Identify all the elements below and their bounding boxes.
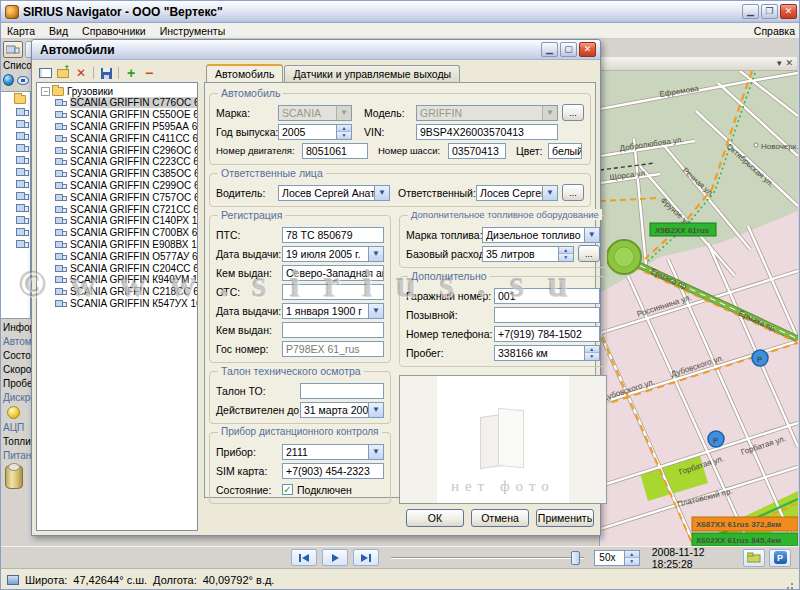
spinner-arrows-icon[interactable]: ▲▼ (336, 125, 351, 139)
minimize-button[interactable]: ▁ (742, 4, 759, 19)
skip-start-button[interactable] (291, 549, 317, 566)
issue-date2-combo[interactable]: 1 января 1900 г▼ (282, 303, 384, 319)
menu-vid[interactable]: Вид (49, 25, 68, 37)
tree-item[interactable]: SCANIA GRIFFIN К547УХ 161rus (39, 298, 197, 310)
tab-sensors[interactable]: Датчики и управляемые выходы (284, 65, 460, 82)
dialog-maximize-button[interactable]: ▢ (560, 42, 577, 57)
add-button[interactable]: + (124, 67, 138, 80)
menu-karta[interactable]: Карта (7, 25, 35, 37)
delete-button[interactable]: ✕ (74, 67, 88, 80)
chevron-down-icon: ▼ (542, 186, 557, 200)
sidebar-tree-fragment[interactable] (1, 91, 31, 319)
parking-button[interactable]: P (769, 549, 791, 567)
tree-item[interactable]: SCANIA GRIFFIN С218СС 61rus (39, 286, 197, 298)
valid-until-combo[interactable]: 31 марта 2009 г.▼ (300, 402, 384, 418)
track-label-orange[interactable]: Х687ХХ 61rus 372,8км (692, 517, 798, 531)
tree-item[interactable]: SCANIA GRIFFIN К940УМ 161rus (39, 274, 197, 286)
menu-spravka[interactable]: Справка (754, 25, 795, 37)
vin-field[interactable]: 9BSP4X26003570413 (416, 124, 558, 140)
dialog-minimize-button[interactable]: ▁ (541, 42, 558, 57)
parking-marker[interactable]: P (708, 431, 724, 447)
tree-item[interactable]: SCANIA GRIFFIN Р595АА 61rus (39, 121, 197, 133)
model-combo[interactable]: GRIFFIN▼ (416, 105, 558, 121)
tree-item[interactable]: SCANIA GRIFFIN С776ОС 61rus (39, 97, 197, 109)
map-canvas[interactable]: Ефремова Добролюбова ул. Щорса ул. Октяб… (600, 71, 798, 546)
tree-item[interactable]: SCANIA GRIFFIN С140РХ 161rus (39, 215, 197, 227)
issued-by-field[interactable]: Северо-Западная акцизная т (282, 265, 384, 281)
spinner-arrows-icon[interactable]: ▲▼ (624, 551, 639, 565)
eye-icon[interactable] (17, 76, 29, 85)
device-combo[interactable]: 2111▼ (282, 444, 384, 460)
issue-date-combo[interactable]: 19 июля 2005 г.▼ (282, 246, 384, 262)
collapse-icon[interactable]: − (41, 87, 50, 96)
plate-field[interactable]: Р798ЕХ 61_rus (282, 341, 384, 357)
remove-button[interactable]: − (142, 67, 156, 80)
year-spinner[interactable]: 2005▲▼ (278, 124, 352, 140)
menubar: Карта Вид Справочники Инструменты Справк… (1, 23, 800, 39)
tree-item[interactable]: SCANIA GRIFFIN Е908ВХ 161rus (39, 239, 197, 251)
tree-item[interactable]: SCANIA GRIFFIN С550ОЕ 61rus (39, 109, 197, 121)
cancel-button[interactable]: Отмена (471, 509, 529, 527)
spinner-arrows-icon[interactable]: ▲▼ (558, 247, 573, 261)
tree-item[interactable]: SCANIA GRIFFIN С721СС 61rus (39, 203, 197, 215)
spinner-arrows-icon[interactable]: ▲▼ (584, 346, 599, 360)
garage-field[interactable]: 001 (494, 288, 600, 304)
color-field[interactable]: белый (548, 143, 582, 159)
vehicle-marker-label[interactable]: Х9В2ХХ 61rus (650, 223, 716, 236)
persons-browse-button[interactable]: ... (562, 184, 584, 201)
connected-checkbox[interactable]: ✓ (282, 484, 293, 495)
skip-end-button[interactable] (353, 549, 379, 566)
vehicles-toolbar-button[interactable] (3, 41, 23, 58)
slider-thumb[interactable] (571, 551, 580, 565)
restore-button[interactable]: ❐ (761, 4, 778, 19)
ticket-field[interactable] (300, 383, 384, 399)
menu-spravochniki[interactable]: Справочники (82, 25, 146, 37)
dialog-tabs: Автомобиль Датчики и управляемые выходы (204, 64, 596, 82)
map-dropdown-icon[interactable]: ▾ (777, 59, 782, 68)
save-button[interactable] (99, 67, 113, 80)
engine-field[interactable]: 8051061 (302, 143, 368, 159)
issued-by2-field[interactable] (282, 322, 384, 338)
resize-grip[interactable] (783, 579, 795, 590)
tree-item[interactable]: SCANIA GRIFFIN С385ОС 61rus (39, 168, 197, 180)
dialog-close-button[interactable]: ✕ (579, 42, 596, 57)
chassis-field[interactable]: 03570413 (448, 143, 506, 159)
menu-instrumenty[interactable]: Инструменты (160, 25, 225, 37)
sim-field[interactable]: +7(903) 454-2323 (282, 463, 384, 479)
globe-icon[interactable] (3, 74, 14, 86)
fuel-type-combo[interactable]: Дизельное топливо▼ (482, 227, 600, 243)
tree-item[interactable]: SCANIA GRIFFIN С411СС 61rus (39, 132, 197, 144)
tree-item[interactable]: SCANIA GRIFFIN С757ОС 61rus (39, 191, 197, 203)
import-button[interactable] (56, 67, 70, 80)
timeline-slider[interactable] (391, 549, 584, 566)
phone-field[interactable]: +7(919) 784-1502 (494, 326, 600, 342)
consumption-spinner[interactable]: 35 литров▲▼ (482, 246, 574, 262)
tree-item[interactable]: SCANIA GRIFFIN С299ОС 61rus (39, 180, 197, 192)
map-close-icon[interactable]: ✕ (785, 59, 793, 68)
tree-item[interactable]: SCANIA GRIFFIN С296ОС 61rus (39, 144, 197, 156)
tree-item[interactable]: SCANIA GRIFFIN С700ВХ 61rus (39, 227, 197, 239)
fuel-browse-button[interactable]: ... (578, 245, 600, 262)
tree-item[interactable]: SCANIA GRIFFIN С204СС 61rus (39, 262, 197, 274)
close-button[interactable]: ✕ (780, 4, 797, 19)
responsible-combo[interactable]: Лосев Сергей Анатоль▼ (476, 185, 558, 201)
vehicle-card-button[interactable] (743, 549, 765, 567)
tab-vehicle[interactable]: Автомобиль (206, 64, 283, 82)
model-browse-button[interactable]: ... (562, 104, 584, 121)
tree-item[interactable]: SCANIA GRIFFIN С223СС 61rus (39, 156, 197, 168)
apply-button[interactable]: Применить (536, 509, 594, 527)
driver-combo[interactable]: Лосев Сергей Анатоль▼ (278, 185, 390, 201)
tree-item[interactable]: SCANIA GRIFFIN О577АУ 61rus (39, 250, 197, 262)
sts-field[interactable] (282, 284, 384, 300)
mileage-spinner[interactable]: 338166 км▲▼ (494, 345, 600, 361)
tree-root[interactable]: − Грузовики (39, 85, 197, 97)
play-button[interactable] (322, 549, 348, 566)
ok-button[interactable]: ОК (406, 509, 464, 527)
track-label-green[interactable]: Х602ХХ 61rus 845,4км (692, 533, 798, 546)
parking-marker[interactable]: P (752, 350, 768, 366)
pts-field[interactable]: 78 ТС 850679 (282, 227, 384, 243)
card-view-button[interactable] (38, 67, 52, 80)
speed-spinner[interactable]: 50x ▲▼ (594, 550, 639, 566)
callsign-field[interactable] (494, 307, 600, 323)
brand-combo[interactable]: SCANIA▼ (278, 105, 352, 121)
